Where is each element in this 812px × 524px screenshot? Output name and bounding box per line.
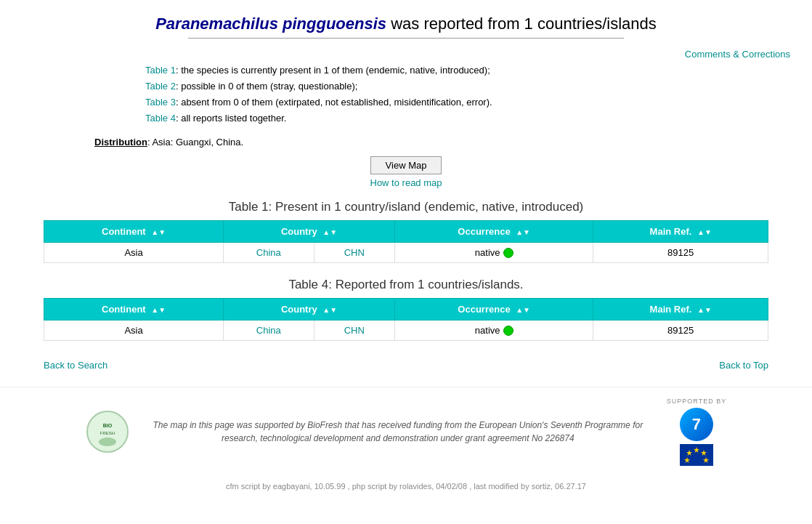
distribution-label: Distribution xyxy=(94,137,147,148)
t4-occurrence-text: native xyxy=(475,325,500,336)
eu-logo-block: SUPPORTED BY 7 xyxy=(667,398,726,466)
t1-country-link[interactable]: China xyxy=(256,247,281,258)
table4-desc: : all reports listed together. xyxy=(176,113,286,124)
t1-mainref: 89125 xyxy=(593,243,768,263)
table1-col-country[interactable]: Country ▲▼ xyxy=(224,221,395,243)
svg-text:FRESH: FRESH xyxy=(100,431,115,435)
table4-info: Table 4: all reports listed together. xyxy=(145,110,812,126)
footer-text: The map in this page was supported by Bi… xyxy=(144,419,652,445)
t1-occurrence-text: native xyxy=(475,247,500,258)
comments-corrections-link[interactable]: Comments & Corrections xyxy=(685,49,790,60)
svg-text:BIO: BIO xyxy=(103,423,113,428)
occurrence-sort-icon: ▲▼ xyxy=(516,228,530,236)
t4-mainref: 89125 xyxy=(593,321,768,341)
table1-table: Continent ▲▼ Country ▲▼ Occurrence ▲▼ Ma… xyxy=(44,220,768,263)
t4-occurrence-sort-icon: ▲▼ xyxy=(516,306,530,314)
how-to-read-section: How to read map xyxy=(0,177,812,188)
continent-sort-icon: ▲▼ xyxy=(151,228,166,236)
t4-occurrence-indicator xyxy=(503,326,513,336)
table1-info: Table 1: the species is currently presen… xyxy=(145,63,812,78)
country-sort-icon: ▲▼ xyxy=(322,228,337,236)
how-to-read-link[interactable]: How to read map xyxy=(370,177,442,188)
t4-continent-sort-icon: ▲▼ xyxy=(151,306,166,314)
t4-code-link[interactable]: CHN xyxy=(344,325,365,336)
t1-continent: Asia xyxy=(44,243,224,263)
table3-info: Table 3: absent from 0 of them (extirpat… xyxy=(145,94,812,110)
footer-support-section: BIO FRESH The map in this page was suppo… xyxy=(0,387,812,476)
supported-by-label: SUPPORTED BY xyxy=(667,398,726,405)
back-to-search-link[interactable]: Back to Search xyxy=(44,360,107,371)
table4-section: Table 4: Reported from 1 countries/islan… xyxy=(44,278,768,341)
table1-desc: : the species is currently present in 1 … xyxy=(176,65,490,76)
distribution-value: : Asia: Guangxi, China. xyxy=(147,137,243,148)
page-title: Paranemachilus pingguoensis was reported… xyxy=(0,15,812,33)
table3-desc: : absent from 0 of them (extirpated, not… xyxy=(176,97,492,108)
table4-table: Continent ▲▼ Country ▲▼ Occurrence ▲▼ Ma… xyxy=(44,298,768,341)
table4-col-continent[interactable]: Continent ▲▼ xyxy=(44,299,224,321)
table4-title: Table 4: Reported from 1 countries/islan… xyxy=(44,278,768,292)
table4-col-occurrence[interactable]: Occurrence ▲▼ xyxy=(395,299,593,321)
t1-code-link[interactable]: CHN xyxy=(344,247,365,258)
table4-col-country[interactable]: Country ▲▼ xyxy=(224,299,395,321)
table2-desc: : possible in 0 of them (stray, question… xyxy=(176,81,358,92)
table4-header-row: Continent ▲▼ Country ▲▼ Occurrence ▲▼ Ma… xyxy=(44,299,768,321)
t1-code: CHN xyxy=(314,243,394,263)
seventh-framework-logo: 7 xyxy=(680,408,713,441)
table1-section: Table 1: Present in 1 country/island (en… xyxy=(44,200,768,263)
table1-header-row: Continent ▲▼ Country ▲▼ Occurrence ▲▼ Ma… xyxy=(44,221,768,243)
t1-occurrence-indicator xyxy=(503,248,513,258)
t4-continent: Asia xyxy=(44,321,224,341)
table1-col-occurrence[interactable]: Occurrence ▲▼ xyxy=(395,221,593,243)
t4-country: China xyxy=(224,321,314,341)
table1-col-mainref[interactable]: Main Ref. ▲▼ xyxy=(593,221,768,243)
view-map-section: View Map xyxy=(0,156,812,174)
table-row: Asia China CHN native 89125 xyxy=(44,243,768,263)
table2-info: Table 2: possible in 0 of them (stray, q… xyxy=(145,78,812,94)
species-name: Paranemachilus pingguoensis xyxy=(155,15,386,33)
cfm-footer-text: cfm script by eagbayani, 10.05.99 , php … xyxy=(226,482,586,491)
title-divider xyxy=(188,38,624,39)
info-section: Table 1: the species is currently presen… xyxy=(145,63,812,126)
t4-occurrence: native xyxy=(395,321,593,341)
distribution-section: Distribution: Asia: Guangxi, China. xyxy=(94,137,812,148)
cfm-footer: cfm script by eagbayani, 10.05.99 , php … xyxy=(0,476,812,499)
table-row: Asia China CHN native 89125 xyxy=(44,321,768,341)
t4-mainref-sort-icon: ▲▼ xyxy=(697,306,712,314)
back-links-section: Back to Search Back to Top xyxy=(0,355,812,375)
t4-code: CHN xyxy=(314,321,394,341)
t1-country: China xyxy=(224,243,314,263)
table1-title: Table 1: Present in 1 country/island (en… xyxy=(44,200,768,214)
biofresh-logo: BIO FRESH xyxy=(86,410,129,454)
t4-country-sort-icon: ▲▼ xyxy=(322,306,337,314)
view-map-button[interactable]: View Map xyxy=(370,156,442,174)
back-to-top-link[interactable]: Back to Top xyxy=(719,360,768,371)
t4-country-link[interactable]: China xyxy=(256,325,281,336)
table2-link[interactable]: Table 2 xyxy=(145,81,176,92)
svg-point-3 xyxy=(99,438,116,446)
t1-occurrence: native xyxy=(395,243,593,263)
table4-col-mainref[interactable]: Main Ref. ▲▼ xyxy=(593,299,768,321)
table1-link[interactable]: Table 1 xyxy=(145,65,176,76)
table3-link[interactable]: Table 3 xyxy=(145,97,176,108)
eu-flag-icon xyxy=(680,444,713,466)
table1-col-continent[interactable]: Continent ▲▼ xyxy=(44,221,224,243)
mainref-sort-icon: ▲▼ xyxy=(697,228,712,236)
comments-corrections-section: Comments & Corrections xyxy=(0,49,812,60)
table4-link[interactable]: Table 4 xyxy=(145,113,176,124)
